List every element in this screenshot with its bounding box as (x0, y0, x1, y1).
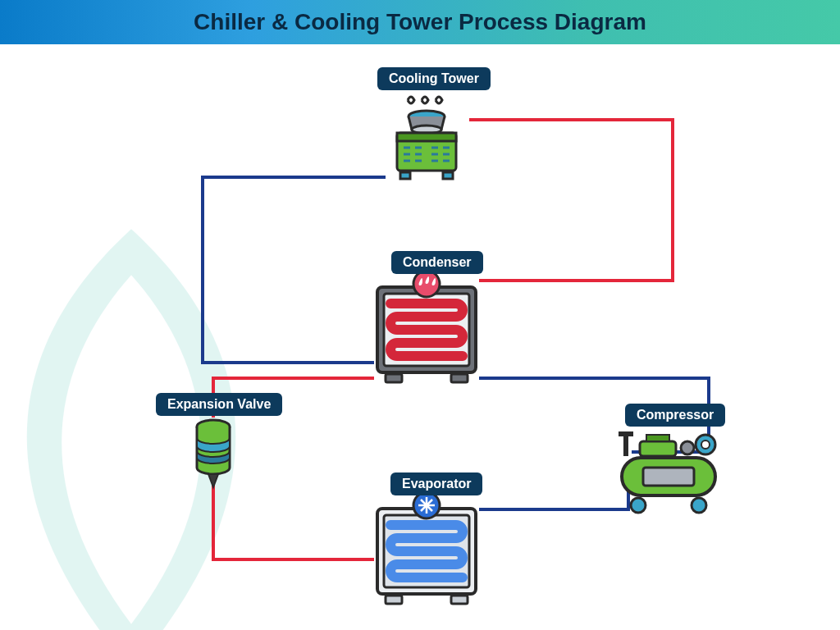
svg-rect-14 (640, 441, 676, 456)
pipe-cw-return-top (201, 176, 386, 179)
pipe-cw-supply-bottom (479, 279, 674, 282)
label-expansion-valve: Expansion Valve (156, 393, 282, 416)
page-title: Chiller & Cooling Tower Process Diagram (194, 9, 646, 35)
svg-rect-9 (386, 374, 402, 382)
svg-rect-3 (397, 133, 456, 141)
svg-point-22 (692, 498, 706, 513)
label-cooling-tower: Cooling Tower (377, 67, 491, 90)
pipe-cw-supply-vert (671, 118, 674, 282)
svg-rect-13 (619, 431, 633, 436)
svg-point-18 (701, 441, 710, 449)
svg-rect-4 (400, 172, 410, 179)
evaporator-icon (371, 494, 482, 612)
svg-point-16 (681, 441, 694, 454)
svg-rect-20 (643, 468, 694, 486)
svg-rect-15 (646, 435, 669, 441)
condenser-icon (371, 272, 482, 390)
svg-rect-5 (443, 172, 453, 179)
pipe-refrig-comp-to-cond-h1 (479, 377, 710, 380)
cooling-tower-icon (379, 94, 474, 192)
svg-rect-12 (623, 435, 628, 456)
diagram-canvas: Cooling Tower Condenser (0, 44, 840, 630)
svg-point-8 (413, 272, 440, 297)
pipe-cw-supply-top (469, 118, 674, 121)
svg-point-21 (631, 498, 646, 513)
svg-rect-10 (451, 374, 468, 382)
pipe-refrig-evap-to-comp-h (479, 508, 630, 511)
label-condenser: Condenser (391, 251, 483, 274)
pipe-refrig-ev-to-evap-h (212, 558, 374, 561)
pipe-cw-return-bottom (201, 361, 374, 364)
compressor-icon (614, 427, 727, 520)
pipe-refrig-cond-to-ev-h (212, 377, 374, 380)
label-compressor: Compressor (625, 404, 725, 427)
header-bar: Chiller & Cooling Tower Process Diagram (0, 0, 840, 44)
svg-rect-31 (451, 596, 468, 604)
label-evaporator: Evaporator (390, 472, 482, 495)
svg-rect-30 (386, 596, 402, 604)
pipe-cw-return-vert (201, 176, 204, 364)
expansion-valve-icon (192, 415, 235, 497)
